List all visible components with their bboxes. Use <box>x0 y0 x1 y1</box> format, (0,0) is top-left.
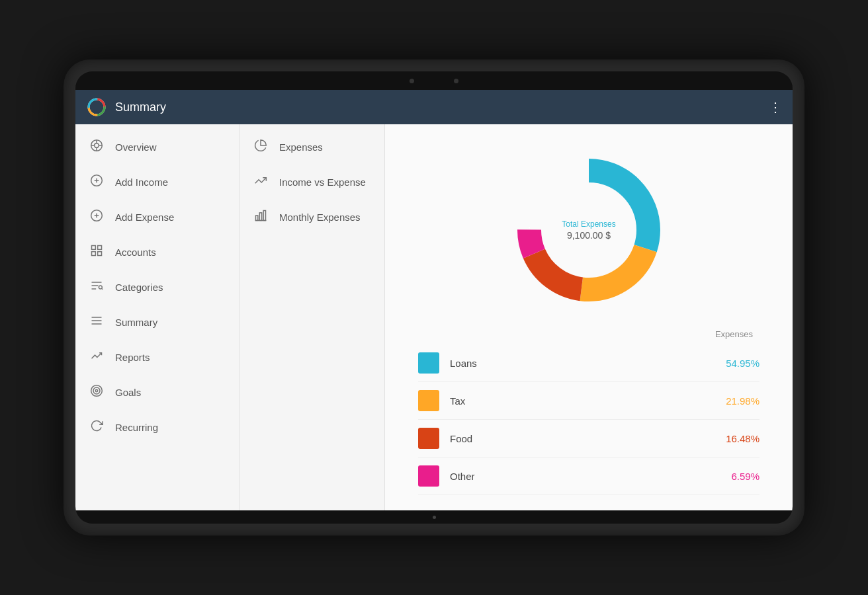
total-expenses-value: 9,100.00 $ <box>562 230 615 241</box>
sub-nav-expenses-label: Expenses <box>279 141 323 153</box>
recurring-icon <box>89 419 105 436</box>
legend-item-food: Food 16.48% <box>418 420 760 457</box>
app-container: Summary ⋮ <box>75 90 793 510</box>
sidebar-item-overview-label: Overview <box>115 141 157 153</box>
legend-color-food <box>418 428 439 449</box>
legend-value-other: 6.59% <box>731 471 760 482</box>
sidebar-item-add-expense-label: Add Expense <box>115 212 174 223</box>
add-expense-icon <box>89 209 105 225</box>
main-content: Total Expenses 9,100.00 $ Expenses Loans <box>385 124 793 510</box>
sidebar-item-recurring-label: Recurring <box>115 422 158 433</box>
legend-item-other: Other 6.59% <box>418 457 760 495</box>
sub-nav-monthly-expenses-label: Monthly Expenses <box>279 212 361 223</box>
donut-center-label: Total Expenses 9,100.00 $ <box>562 219 615 241</box>
sidebar-item-summary-label: Summary <box>115 317 157 328</box>
monthly-expenses-icon <box>253 209 269 225</box>
legend-name-loans: Loans <box>450 358 726 369</box>
app-title: Summary <box>115 100 769 114</box>
sidebar-item-accounts-label: Accounts <box>115 247 156 258</box>
app-body: Overview Add Income <box>75 124 793 510</box>
svg-rect-27 <box>263 211 265 221</box>
svg-point-17 <box>99 286 102 289</box>
income-vs-expense-icon <box>253 174 269 190</box>
legend-color-other <box>418 465 439 487</box>
sub-nav-item-income-vs-expense[interactable]: Income vs Expense <box>239 165 384 200</box>
add-income-icon <box>89 174 105 190</box>
legend-name-other: Other <box>450 471 731 482</box>
chart-area: Total Expenses 9,100.00 $ Expenses Loans <box>385 124 793 510</box>
legend-item-tax: Tax 21.98% <box>418 382 760 420</box>
svg-rect-13 <box>92 246 96 250</box>
svg-line-18 <box>102 289 103 290</box>
goals-icon <box>89 384 105 401</box>
sidebar-item-reports-label: Reports <box>115 352 150 363</box>
sidebar-item-add-expense[interactable]: Add Expense <box>75 200 239 235</box>
app-logo <box>86 97 107 118</box>
camera-bar <box>75 71 793 90</box>
svg-point-24 <box>95 389 97 391</box>
legend-value-loans: 54.95% <box>726 358 760 369</box>
device-frame: Summary ⋮ <box>64 60 804 536</box>
header-menu-button[interactable]: ⋮ <box>769 99 782 115</box>
svg-point-23 <box>93 387 100 394</box>
sub-nav-item-monthly-expenses[interactable]: Monthly Expenses <box>239 200 384 235</box>
legend-value-food: 16.48% <box>726 433 760 444</box>
total-expenses-label: Total Expenses <box>562 219 615 229</box>
svg-rect-25 <box>256 216 258 221</box>
legend-header: Expenses <box>418 329 760 339</box>
camera-dot-right <box>454 79 458 83</box>
sidebar-item-reports[interactable]: Reports <box>75 340 239 375</box>
device-screen: Summary ⋮ <box>75 71 793 524</box>
sub-nav-income-vs-expense-label: Income vs Expense <box>279 177 366 188</box>
sidebar: Overview Add Income <box>75 124 239 510</box>
sidebar-item-goals-label: Goals <box>115 387 141 398</box>
camera-dot-left <box>410 79 414 83</box>
svg-rect-14 <box>92 252 96 256</box>
donut-chart-container: Total Expenses 9,100.00 $ <box>503 144 675 316</box>
sidebar-item-add-income-label: Add Income <box>115 177 168 188</box>
bottom-bar <box>75 510 793 524</box>
legend-area: Expenses Loans 54.95% Tax 21.98% <box>398 329 779 495</box>
svg-rect-26 <box>259 213 261 221</box>
sidebar-item-categories[interactable]: Categories <box>75 270 239 305</box>
reports-icon <box>89 349 105 366</box>
legend-color-tax <box>418 390 439 411</box>
svg-point-22 <box>91 385 103 397</box>
overview-icon <box>89 139 105 155</box>
legend-name-tax: Tax <box>450 395 726 407</box>
home-button[interactable] <box>433 516 436 519</box>
sidebar-item-goals[interactable]: Goals <box>75 375 239 410</box>
svg-rect-16 <box>98 252 102 256</box>
svg-rect-15 <box>98 246 102 250</box>
app-header: Summary ⋮ <box>75 90 793 124</box>
legend-item-loans: Loans 54.95% <box>418 344 760 382</box>
expenses-chart-icon <box>253 139 269 155</box>
sidebar-item-recurring[interactable]: Recurring <box>75 410 239 445</box>
svg-point-2 <box>95 143 99 148</box>
sidebar-item-summary[interactable]: Summary <box>75 305 239 340</box>
legend-color-loans <box>418 352 439 374</box>
sidebar-item-overview[interactable]: Overview <box>75 130 239 165</box>
sidebar-item-add-income[interactable]: Add Income <box>75 165 239 200</box>
accounts-icon <box>89 244 105 260</box>
legend-name-food: Food <box>450 433 726 444</box>
legend-value-tax: 21.98% <box>726 395 760 407</box>
sub-nav: Expenses Income vs Expense <box>239 124 385 510</box>
summary-icon <box>89 314 105 331</box>
sidebar-item-categories-label: Categories <box>115 282 163 293</box>
sidebar-item-accounts[interactable]: Accounts <box>75 235 239 270</box>
sub-nav-item-expenses[interactable]: Expenses <box>239 130 384 165</box>
categories-icon <box>89 279 105 296</box>
